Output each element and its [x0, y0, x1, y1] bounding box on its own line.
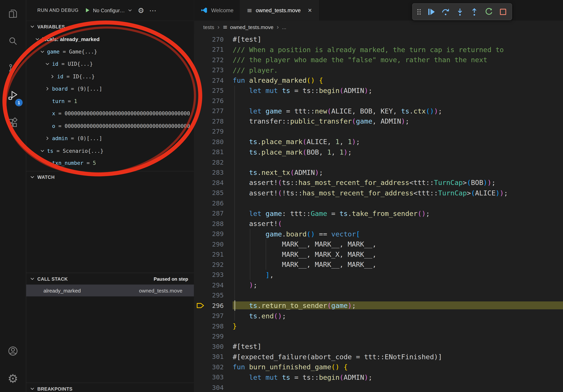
line-number[interactable]: 293: [206, 271, 224, 278]
code-text[interactable]: #[test]: [232, 342, 563, 350]
line-number[interactable]: 271: [206, 46, 224, 53]
line-number[interactable]: 276: [206, 97, 224, 105]
code-text[interactable]: MARK__, MARK_X, MARK__,: [232, 250, 563, 258]
line-number[interactable]: 288: [206, 220, 224, 227]
code-text[interactable]: let game = ttt::new(ALICE, BOB, KEY, ts.…: [232, 107, 563, 115]
code-text[interactable]: assert!(!ts::has_most_recent_for_address…: [232, 189, 563, 197]
code-text[interactable]: /// the player who made the "false" move…: [232, 56, 563, 64]
search-icon[interactable]: [0, 27, 26, 54]
line-number[interactable]: 273: [206, 66, 224, 74]
source-control-icon[interactable]: [0, 55, 26, 82]
line-number[interactable]: 294: [206, 281, 224, 289]
settings-gear-icon[interactable]: ⚙: [0, 365, 26, 392]
line-number[interactable]: 298: [206, 322, 224, 330]
line-number[interactable]: 297: [206, 312, 224, 319]
code-text[interactable]: #[test]: [232, 35, 563, 43]
code-text[interactable]: let mut ts = ts::begin(ADMIN);: [232, 373, 563, 381]
line-number[interactable]: 287: [206, 210, 224, 217]
call-stack-header[interactable]: CALL STACK Paused on step: [26, 273, 194, 284]
variable-row[interactable]: o = 000000000000000000000000000000000000…: [26, 120, 194, 132]
code-text[interactable]: #[expected_failure(abort_code = ttt::ENo…: [232, 353, 563, 361]
line-number[interactable]: 295: [206, 291, 224, 299]
line-number[interactable]: 301: [206, 353, 224, 360]
code-text[interactable]: ts.end();: [232, 312, 563, 320]
chevron-down-icon[interactable]: [45, 61, 50, 67]
variable-row[interactable]: txn_number = 5: [26, 157, 194, 169]
code-text[interactable]: fun burn_unfinished_game() {: [232, 363, 563, 371]
line-number[interactable]: 285: [206, 189, 224, 196]
line-number[interactable]: 282: [206, 158, 224, 166]
call-stack-frame[interactable]: already_markedowned_tests.move: [26, 285, 194, 297]
chevron-down-icon[interactable]: [35, 36, 40, 42]
line-number[interactable]: 279: [206, 128, 224, 135]
chevron-down-icon[interactable]: [39, 49, 45, 54]
breadcrumb-folder[interactable]: tests: [203, 25, 214, 30]
line-number[interactable]: 300: [206, 343, 224, 350]
watch-header[interactable]: WATCH: [26, 171, 194, 183]
explorer-icon[interactable]: [0, 0, 26, 27]
variable-row[interactable]: board = (9)[...]: [26, 83, 194, 95]
line-number[interactable]: 286: [206, 199, 224, 207]
code-area[interactable]: 270#[test]271/// When a position is alre…: [194, 34, 563, 392]
tab-owned-tests-move[interactable]: ≡ owned_tests.move ×: [240, 0, 319, 21]
breakpoints-header[interactable]: BREAKPOINTS: [26, 383, 194, 392]
code-text[interactable]: }: [232, 322, 563, 330]
line-number[interactable]: 274: [206, 76, 224, 84]
account-icon[interactable]: [0, 337, 26, 365]
code-text[interactable]: transfer::public_transfer(game, ADMIN);: [232, 117, 563, 125]
variable-row[interactable]: x = 000000000000000000000000000000000000…: [26, 107, 194, 120]
line-number[interactable]: 277: [206, 107, 224, 115]
code-text[interactable]: ts.return_to_sender(game);: [232, 301, 563, 310]
line-number[interactable]: 296: [206, 302, 224, 309]
line-number[interactable]: 272: [206, 56, 224, 63]
variable-row[interactable]: id = UID{...}: [26, 58, 194, 70]
code-text[interactable]: /// When a position is already marked, t…: [232, 46, 563, 53]
line-number[interactable]: 303: [206, 373, 224, 381]
code-text[interactable]: ts.place_mark(ALICE, 1, 1);: [232, 138, 563, 146]
line-number[interactable]: 292: [206, 261, 224, 268]
code-text[interactable]: MARK__, MARK__, MARK__,: [232, 240, 563, 248]
line-number[interactable]: 280: [206, 138, 224, 145]
line-number[interactable]: 284: [206, 179, 224, 186]
variable-row[interactable]: id = ID{...}: [26, 70, 194, 83]
restart-button[interactable]: [482, 5, 496, 19]
line-number[interactable]: 278: [206, 118, 224, 125]
code-text[interactable]: );: [232, 281, 563, 289]
close-icon[interactable]: ×: [308, 7, 312, 14]
line-number[interactable]: 299: [206, 332, 224, 340]
code-text[interactable]: let mut ts = ts::begin(ADMIN);: [232, 86, 563, 94]
line-number[interactable]: 281: [206, 148, 224, 156]
continue-button[interactable]: [424, 5, 438, 19]
variable-row[interactable]: ts = Scenario{...}: [26, 145, 194, 157]
code-text[interactable]: /// player.: [232, 66, 563, 74]
step-into-button[interactable]: [453, 5, 467, 19]
step-out-button[interactable]: [468, 5, 481, 19]
chevron-right-icon[interactable]: [45, 136, 50, 141]
chevron-right-icon[interactable]: [50, 74, 55, 79]
code-text[interactable]: game.board() == vector[: [232, 230, 563, 238]
code-text[interactable]: fun already_marked() {: [232, 76, 563, 84]
stop-button[interactable]: [496, 5, 510, 19]
code-text[interactable]: ],: [232, 271, 563, 279]
line-number[interactable]: 275: [206, 87, 224, 94]
code-text[interactable]: assert!(ts::has_most_recent_for_address<…: [232, 179, 563, 186]
line-number[interactable]: 270: [206, 36, 224, 43]
launch-config-dropdown[interactable]: No Configur…: [84, 7, 132, 13]
chevron-right-icon[interactable]: [45, 86, 50, 91]
start-debug-icon[interactable]: [84, 7, 90, 13]
breadcrumb-file[interactable]: ≡ owned_tests.move: [223, 25, 273, 30]
code-text[interactable]: ts.next_tx(ADMIN);: [232, 168, 563, 176]
breadcrumb-more[interactable]: ...: [282, 25, 286, 30]
chevron-down-icon[interactable]: [39, 148, 45, 154]
variable-row[interactable]: admin = (0)[...]: [26, 132, 194, 145]
line-number[interactable]: 291: [206, 250, 224, 258]
variable-row[interactable]: game = Game{...}: [26, 45, 194, 58]
line-number[interactable]: 289: [206, 230, 224, 237]
variable-row[interactable]: turn = 1: [26, 95, 194, 107]
code-text[interactable]: assert!(: [232, 220, 563, 228]
variables-scope-row[interactable]: locals: already_marked: [26, 33, 194, 45]
code-text[interactable]: ts.place_mark(BOB, 1, 1);: [232, 148, 563, 156]
run-and-debug-icon[interactable]: 1: [0, 82, 26, 109]
tab-welcome[interactable]: Welcome: [194, 0, 240, 21]
line-number[interactable]: 302: [206, 363, 224, 371]
